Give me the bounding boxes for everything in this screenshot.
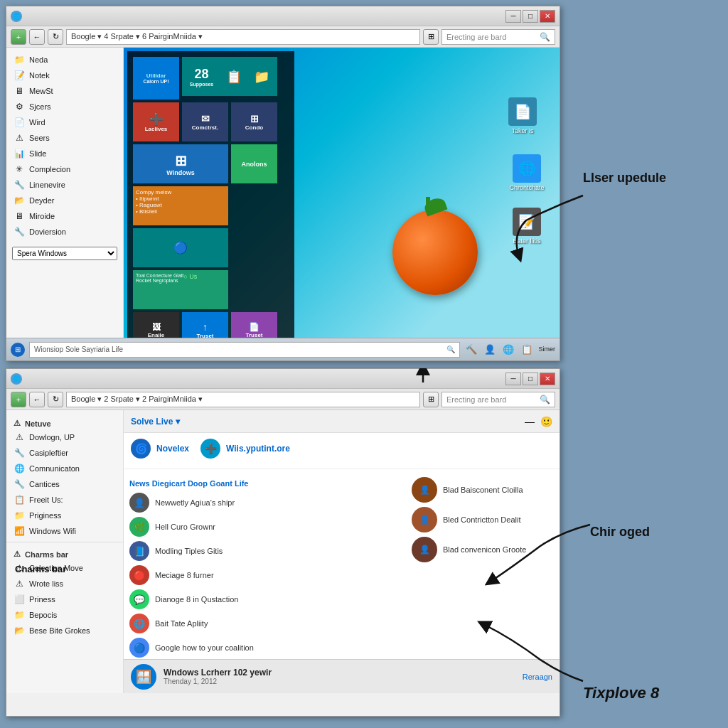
sidebar-item-cantices[interactable]: 🔧 Cantices (6, 476, 123, 492)
tile-dark3[interactable]: 🖼 Enaile (133, 312, 179, 338)
tile-orange[interactable]: Compy melsw• Itipwnnt• Raguewt• Btisllel… (133, 186, 228, 225)
search-box-bottom[interactable]: Erecting are bard 🔍 (441, 392, 555, 407)
desktop-icon-bater[interactable]: 📝 Bater llitis (504, 208, 550, 245)
start-menu: Utilidar Calorn UP! 28 Supposes 📋 📁 ➕ La… (127, 51, 294, 338)
news-icon-2: 📘 (129, 541, 149, 561)
forward-button-top[interactable]: ← (29, 29, 45, 45)
taskbar-icon-globe[interactable]: 🌐 (501, 343, 515, 357)
taskbar-search[interactable]: Wionsiop Sole Sayriaria Life 🔍 (29, 342, 460, 358)
spera-dropdown[interactable]: Spera Windows (12, 247, 117, 260)
taskbar-icons: 🔨 👤 🌐 📋 (464, 343, 534, 357)
user-date: Thenday 1, 2012 (164, 678, 515, 685)
tile-windows[interactable]: ⊞ Windows (133, 144, 228, 183)
news-right-icon-0: 👤 (412, 477, 437, 503)
address-text-top: Boogle ▾ 4 Srpate ▾ 6 PairginMniida ▾ (71, 32, 203, 41)
tile-utilidar[interactable]: Utilidar Calorn UP! (133, 57, 179, 100)
sidebar-item-sjcers[interactable]: ⚙ Sjcers (6, 99, 123, 114)
star-icon: ✳ (14, 164, 25, 175)
taskbar-icon-user[interactable]: 👤 (483, 343, 497, 357)
news-section-title[interactable]: News Diegicart Doop Goant Life (129, 479, 406, 488)
close-button-bottom[interactable]: ✕ (540, 373, 555, 385)
sidebar-item-doviersion[interactable]: 🔧 Doviersion (6, 224, 123, 240)
sidebar-item-neda[interactable]: 📁 Neda (6, 52, 123, 68)
search-icon-taskbar: 🔍 (446, 346, 455, 353)
tile-green[interactable]: Anolons (231, 144, 277, 183)
sidebar-item-slide[interactable]: 📊 Slide (6, 146, 123, 161)
desktop-icon-taker[interactable]: 📄 Taker is (500, 97, 545, 134)
sidebar-item-wrote[interactable]: ⚠ Wrote liss (6, 576, 123, 592)
sidebar-item-commun[interactable]: 🌐 Comnunicaton (6, 461, 123, 476)
news-item-6[interactable]: 🔵 Google how to your coalition (129, 636, 406, 659)
taskbar-icon-clipboard[interactable]: 📋 (520, 343, 534, 357)
feed-source-wiis[interactable]: ➕ Wiis.yputint.ore (200, 439, 290, 459)
addressbar-top: + ← ↻ Boogle ▾ 4 Srpate ▾ 6 PairginMniid… (6, 26, 560, 48)
news-item-5[interactable]: 🌐 Bait Tate Apliity (129, 611, 406, 636)
chron-icon: 🌐 (513, 154, 541, 183)
news-right-item-1[interactable]: 👤 Bled Contrictton Dealit (412, 505, 554, 535)
sidebar-item-notek[interactable]: 📝 Notek (6, 68, 123, 83)
tile-purple[interactable]: 📄 Truset (231, 312, 277, 338)
sidebar-item-complecion[interactable]: ✳ Complecion (6, 161, 123, 177)
sidebar-item-prigin[interactable]: 📁 Priginess (6, 508, 123, 523)
feeds-area: News Diegicart Doop Goant Life 👤 Newwetl… (124, 469, 560, 659)
sidebar-item-downlogn[interactable]: ⚠ Dowlogn, UP (6, 429, 123, 445)
sidebar-item-mewst[interactable]: 🖥 MewSt (6, 83, 123, 99)
tile-teal-top[interactable]: 28 Supposes 📋 📁 (182, 57, 277, 96)
news-item-4[interactable]: 💬 Dianoge 8 in Qustaction (129, 587, 406, 611)
maximize-button-top[interactable]: □ (523, 10, 538, 23)
news-item-1[interactable]: 🌿 Hell Curo Grownr (129, 515, 406, 539)
search-box-top[interactable]: Erecting are bard 🔍 (441, 29, 555, 45)
address-path-bottom[interactable]: Boogle ▾ 2 Srpate ▾ 2 PairginMniida ▾ (66, 392, 420, 407)
sidebar-item-wird[interactable]: 📄 Wird (6, 114, 123, 130)
sidebar-item-linenevire[interactable]: 🔧 Linenevire (6, 177, 123, 193)
start-button[interactable]: ⊞ (11, 343, 25, 357)
news-right-item-0[interactable]: 👤 Blad Baisconent Cloilla (412, 475, 554, 505)
sidebar-item-freeit[interactable]: 📋 Freeit Us: (6, 492, 123, 508)
news-right-item-2[interactable]: 👤 Blad convenicon Groote (412, 535, 554, 564)
news-item-2[interactable]: 📘 Modling Tiples Gitis (129, 539, 406, 563)
smiley-icon-content: 🙂 (540, 416, 552, 427)
refresh-button-bottom[interactable]: ↻ (48, 392, 63, 407)
tile-dark2[interactable]: ⊞ Condo (231, 102, 277, 141)
close-button-top[interactable]: ✕ (540, 10, 555, 23)
taskbar-icon-hammer[interactable]: 🔨 (464, 343, 478, 357)
sidebar-item-deyder[interactable]: 📂 Deyder (6, 193, 123, 208)
view-btn-top[interactable]: ⊞ (423, 29, 439, 45)
tile-red[interactable]: ➕ Laclives (133, 102, 179, 141)
address-path-top[interactable]: Boogle ▾ 4 Srpate ▾ 6 PairginMniida ▾ (66, 29, 420, 45)
sidebar-item-casipl[interactable]: 🔧 Casipleftier (6, 445, 123, 461)
tile-teal2[interactable]: 🔵 (133, 228, 228, 267)
tile-truset[interactable]: ↑ Truset (182, 312, 228, 338)
minimize-button-top[interactable]: ─ (505, 10, 521, 23)
sidebar-item-winwifi[interactable]: 📶 Windows Wifi (6, 523, 123, 539)
news-item-0[interactable]: 👤 Newwetly Agiua's shipr (129, 491, 406, 515)
taskbar-time: Simer (538, 346, 555, 353)
tile-toal[interactable]: Toal Connecture GlaltRocket Negroplans○ … (133, 270, 228, 309)
tile-dark1[interactable]: ✉ Comctrst. (182, 102, 228, 141)
sidebar-item-bese[interactable]: 📂 Bese Bite Grokes (6, 623, 123, 638)
refresh-button-top[interactable]: ↻ (48, 29, 63, 45)
news-item-3[interactable]: 🔴 Meciage 8 furner (129, 563, 406, 587)
news-icon-5: 🌐 (129, 614, 149, 633)
desktop-icon-chron[interactable]: 🌐 Chrontchate (504, 154, 550, 191)
taker-icon: 📄 (508, 97, 537, 126)
minimize-button-bottom[interactable]: ─ (505, 373, 521, 385)
sidebar-label-complecion: Complecion (29, 165, 70, 173)
note-icon: 📝 (14, 70, 25, 81)
maximize-button-bottom[interactable]: □ (523, 373, 538, 385)
forward-button-bottom[interactable]: ← (29, 392, 45, 407)
news-text-5: Bait Tate Apliity (155, 619, 208, 628)
window-controls-top: ─ □ ✕ (505, 10, 555, 23)
bater-icon: 📝 (513, 208, 541, 236)
sidebar-item-seers[interactable]: ⚠ Seers (6, 130, 123, 146)
user-action[interactable]: Reraagn (523, 673, 552, 681)
sidebar-item-miroide[interactable]: 🖥 Miroide (6, 208, 123, 224)
view-btn-bottom[interactable]: ⊞ (423, 392, 439, 407)
sidebar-item-priness[interactable]: ⬜ Priness (6, 592, 123, 607)
feed-source-novelex[interactable]: 🌀 Novelex (131, 439, 189, 459)
back-button-top[interactable]: + (11, 29, 26, 45)
back-button-bottom[interactable]: + (11, 392, 26, 407)
solve-live-title[interactable]: Solve Live ▾ (131, 417, 180, 427)
feed-sources-row: 🌀 Novelex ➕ Wiis.yputint.ore (124, 433, 560, 469)
sidebar-item-bepocis[interactable]: 📁 Bepocis (6, 607, 123, 623)
